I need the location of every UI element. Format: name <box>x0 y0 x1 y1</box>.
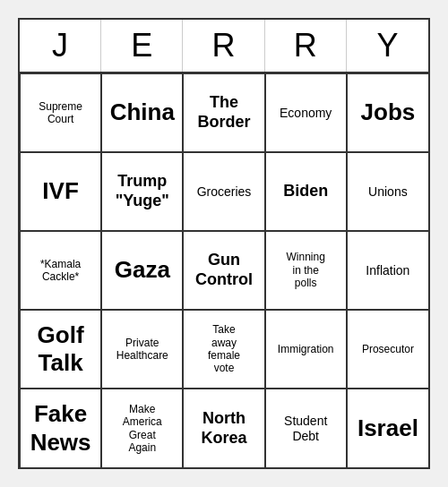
bingo-header: JERRY <box>20 20 428 73</box>
bingo-cell-8: Biden <box>265 152 347 231</box>
bingo-cell-7: Groceries <box>183 152 264 231</box>
cell-text-24: Israel <box>358 414 418 442</box>
cell-text-12: Gun Control <box>195 251 253 289</box>
bingo-cell-1: China <box>101 73 183 152</box>
cell-text-19: Prosecutor <box>362 343 414 355</box>
bingo-cell-15: Golf Talk <box>20 310 101 389</box>
bingo-cell-21: Make America Great Again <box>101 389 183 467</box>
cell-text-23: Student Debt <box>284 414 327 444</box>
cell-text-0: Supreme Court <box>39 100 82 126</box>
cell-text-13: Winning in the polls <box>287 251 325 289</box>
bingo-cell-4: Jobs <box>347 73 428 152</box>
bingo-cell-23: Student Debt <box>265 389 347 467</box>
bingo-cell-9: Unions <box>347 152 428 231</box>
cell-text-15: Golf Talk <box>38 321 84 377</box>
bingo-cell-18: Immigration <box>265 310 347 389</box>
cell-text-21: Make America Great Again <box>123 403 162 455</box>
bingo-cell-11: Gaza <box>101 231 183 310</box>
cell-text-10: *Kamala Cackle* <box>40 258 81 284</box>
cell-text-2: The Border <box>197 93 250 132</box>
bingo-cell-6: Trump "Yuge" <box>101 152 183 231</box>
header-letter-Y: Y <box>347 20 428 72</box>
bingo-cell-12: Gun Control <box>183 231 264 310</box>
cell-text-7: Groceries <box>197 184 252 200</box>
cell-text-22: North Korea <box>201 409 246 448</box>
cell-text-9: Unions <box>368 184 408 200</box>
header-letter-R: R <box>265 20 347 72</box>
bingo-cell-14: Inflation <box>347 231 428 310</box>
cell-text-1: China <box>110 98 175 126</box>
bingo-cell-19: Prosecutor <box>347 310 428 389</box>
cell-text-11: Gaza <box>115 256 170 284</box>
cell-text-3: Economy <box>280 106 332 121</box>
bingo-cell-5: IVF <box>20 152 101 231</box>
bingo-cell-16: Private Healthcare <box>101 310 183 389</box>
cell-text-20: Fake News <box>30 400 91 456</box>
bingo-cell-2: The Border <box>183 73 264 152</box>
cell-text-17: Take away female vote <box>208 323 240 375</box>
bingo-cell-13: Winning in the polls <box>265 231 347 310</box>
cell-text-14: Inflation <box>366 263 409 278</box>
cell-text-8: Biden <box>283 182 328 201</box>
bingo-card: JERRY Supreme CourtChinaThe BorderEconom… <box>18 18 430 469</box>
bingo-cell-22: North Korea <box>183 389 264 467</box>
cell-text-4: Jobs <box>361 98 416 126</box>
header-letter-J: J <box>20 20 101 72</box>
bingo-grid: Supreme CourtChinaThe BorderEconomyJobsI… <box>20 73 428 467</box>
bingo-cell-0: Supreme Court <box>20 73 101 152</box>
cell-text-6: Trump "Yuge" <box>116 172 169 210</box>
bingo-cell-20: Fake News <box>20 389 101 467</box>
header-letter-E: E <box>101 20 183 72</box>
bingo-cell-24: Israel <box>347 389 428 467</box>
bingo-cell-10: *Kamala Cackle* <box>20 231 101 310</box>
cell-text-5: IVF <box>42 177 78 205</box>
cell-text-18: Immigration <box>278 343 334 355</box>
cell-text-16: Private Healthcare <box>116 337 168 363</box>
header-letter-R: R <box>183 20 264 72</box>
bingo-cell-17: Take away female vote <box>183 310 264 389</box>
bingo-cell-3: Economy <box>265 73 347 152</box>
